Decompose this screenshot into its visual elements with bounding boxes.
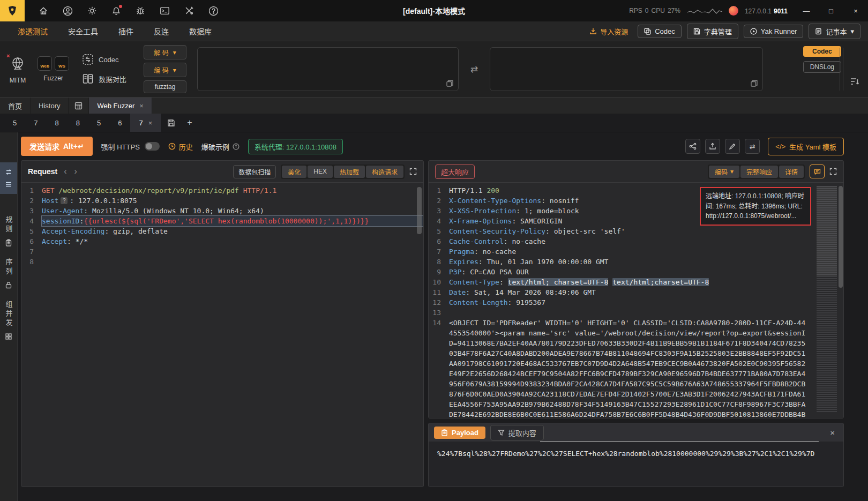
tab-history[interactable]: History bbox=[31, 98, 69, 114]
tab-home[interactable]: 首页 bbox=[0, 98, 31, 114]
data-compare-shortcut[interactable]: 数据对比 bbox=[82, 73, 126, 85]
close-tab-icon[interactable]: × bbox=[148, 119, 153, 127]
force-https-toggle[interactable]: 强制 HTTPS bbox=[101, 141, 160, 152]
response-scrollbar[interactable] bbox=[839, 186, 843, 288]
dnslog-tag[interactable]: DNSLog bbox=[803, 61, 841, 73]
fuzzer-tab-active[interactable]: 7 × bbox=[130, 114, 161, 132]
generate-yaml-button[interactable]: </> 生成 Yaml 模板 bbox=[768, 138, 844, 155]
packet-scan-button[interactable]: 数据包扫描 bbox=[233, 165, 276, 178]
code-line[interactable]: 6Accept: */* bbox=[21, 236, 423, 246]
extract-content-tab[interactable]: 提取内容 bbox=[490, 425, 544, 440]
request-scrollbar[interactable] bbox=[417, 187, 422, 234]
expand-icon[interactable] bbox=[409, 168, 417, 175]
engine-status-icon[interactable] bbox=[729, 6, 738, 16]
code-line[interactable]: 12Content-Length: 9195367 bbox=[429, 297, 843, 308]
code-line[interactable]: 10Content-Type: text/html; charset=UTF-8… bbox=[429, 277, 843, 287]
close-tab-icon[interactable]: × bbox=[139, 102, 144, 110]
code-line[interactable]: 8 bbox=[21, 257, 423, 267]
quickbar-scrollbar[interactable] bbox=[840, 48, 843, 91]
tab-web-fuzzer[interactable]: Web Fuzzer × bbox=[89, 98, 152, 114]
request-editor[interactable]: 1GET /webroot/decision/nx/report/v9/prin… bbox=[21, 183, 423, 487]
toggle-switch[interactable] bbox=[145, 142, 160, 151]
minimize-button[interactable]: — bbox=[794, 0, 819, 21]
code-line[interactable]: 1GET /webroot/decision/nx/report/v9/prin… bbox=[21, 185, 423, 196]
terminal-icon[interactable] bbox=[160, 6, 170, 16]
code-line[interactable]: 14<OBJECT ID='PDFReader' WIDTH='0' HEIGH… bbox=[429, 318, 843, 418]
export-button[interactable] bbox=[705, 139, 720, 154]
dictionary-manager-button[interactable]: 字典管理 bbox=[687, 24, 738, 39]
mitm-shortcut[interactable]: × MITM bbox=[9, 55, 27, 84]
code-line[interactable]: 4sessionID:{{urlesc(${sql('FRDemo','SELE… bbox=[21, 216, 423, 226]
hex-button[interactable]: HEX bbox=[308, 166, 333, 178]
fuzzer-tab[interactable]: 6 bbox=[109, 114, 130, 132]
code-line[interactable]: 9P3P: CP=CAO PSA OUR bbox=[429, 267, 843, 277]
yakit-logo[interactable] bbox=[0, 0, 25, 21]
code-line[interactable]: 5Content-Security-Policy: object-src 'se… bbox=[429, 226, 843, 236]
code-line[interactable]: 13 bbox=[429, 308, 843, 318]
full-response-button[interactable]: 完整响应 bbox=[740, 166, 778, 178]
tab-grid-icon[interactable] bbox=[69, 98, 89, 114]
bug-icon[interactable] bbox=[136, 6, 145, 16]
user-icon[interactable] bbox=[63, 6, 73, 16]
menu-database[interactable]: 数据库 bbox=[179, 26, 222, 36]
save-tabs-icon[interactable] bbox=[161, 119, 182, 127]
sidebar-tab-config[interactable] bbox=[0, 162, 17, 194]
fuzztag-button[interactable]: fuzztag bbox=[144, 80, 186, 93]
response-editor[interactable]: 远端地址: 127.0.0.1:10808; 响应时间: 167ms; 总耗时:… bbox=[429, 183, 843, 418]
home-icon[interactable] bbox=[39, 6, 48, 16]
fuzzer-tab[interactable]: 5 bbox=[4, 114, 25, 132]
menu-plugins[interactable]: 插件 bbox=[108, 26, 144, 36]
prev-request-icon[interactable]: ‹ bbox=[63, 167, 68, 176]
blast-example-link[interactable]: 爆破示例 bbox=[201, 141, 240, 152]
tools-icon[interactable] bbox=[184, 6, 194, 16]
payload-tab[interactable]: Payload bbox=[434, 427, 485, 439]
sidebar-tab-rules[interactable]: 规则 bbox=[0, 210, 17, 252]
fuzzer-tab[interactable]: 7 bbox=[25, 114, 46, 132]
close-payload-icon[interactable]: × bbox=[827, 428, 838, 437]
switch-view-button[interactable]: ⇄ bbox=[745, 139, 760, 154]
sidebar-tab-sequence[interactable]: 序列 bbox=[0, 252, 17, 295]
codec-tag[interactable]: Codec bbox=[803, 46, 841, 57]
copy-icon[interactable] bbox=[446, 80, 453, 87]
codec-output-area[interactable] bbox=[490, 47, 763, 91]
menu-pentest[interactable]: 渗透测试 bbox=[8, 26, 58, 36]
notepad-button[interactable]: 记事本 ▾ bbox=[809, 24, 860, 39]
encode-dropdown[interactable]: 编 码▾ bbox=[144, 63, 186, 77]
code-line[interactable]: 3User-Agent: Mozilla/5.0 (Windows NT 10.… bbox=[21, 206, 423, 216]
code-line[interactable]: 7Pragma: no-cache bbox=[429, 246, 843, 257]
settings-gear-icon[interactable] bbox=[87, 6, 97, 16]
comment-button[interactable] bbox=[810, 164, 825, 178]
swap-io-icon[interactable]: ⇄ bbox=[469, 64, 479, 75]
payload-content[interactable]: %24%7Bsql%28%27FRDemo%27%2C%27SELECT+hex… bbox=[429, 442, 843, 487]
send-request-button[interactable]: 发送请求Alt+↵ bbox=[21, 137, 93, 156]
import-resource-link[interactable]: 导入资源 bbox=[589, 26, 628, 36]
history-button[interactable]: 历史 bbox=[168, 141, 193, 152]
menu-security-tools[interactable]: 安全工具 bbox=[58, 26, 108, 36]
help-icon[interactable] bbox=[208, 6, 219, 16]
fuzzer-tab[interactable]: 8 bbox=[46, 114, 67, 132]
copy-icon[interactable] bbox=[751, 80, 758, 87]
code-line[interactable]: 6Cache-Control: no-cache bbox=[429, 236, 843, 246]
details-button[interactable]: 详情 bbox=[779, 166, 804, 178]
edit-button[interactable] bbox=[725, 139, 740, 154]
beautify-button[interactable]: 美化 bbox=[282, 166, 306, 178]
code-line[interactable]: 2Host?: 127.0.0.1:8075 bbox=[21, 196, 423, 206]
code-line[interactable]: 5Accept-Encoding: gzip, deflate bbox=[21, 226, 423, 236]
menu-reverse[interactable]: 反连 bbox=[144, 26, 179, 36]
construct-request-button[interactable]: 构造请求 bbox=[366, 166, 403, 178]
decode-dropdown[interactable]: 解 码▾ bbox=[144, 45, 186, 59]
yak-runner-button[interactable]: Yak Runner bbox=[744, 25, 804, 38]
fuzzer-tab[interactable]: 5 bbox=[88, 114, 109, 132]
system-proxy-badge[interactable]: 系统代理: 127.0.0.1:10808 bbox=[248, 139, 343, 154]
hotload-button[interactable]: 热加载 bbox=[334, 166, 365, 178]
sort-list-icon[interactable] bbox=[850, 77, 859, 86]
encoding-dropdown[interactable]: 编码▾ bbox=[709, 166, 739, 178]
sidebar-tab-concurrent[interactable]: 组并发 bbox=[0, 295, 17, 346]
next-request-icon[interactable]: › bbox=[73, 167, 78, 176]
fuzzer-tab[interactable]: 8 bbox=[68, 114, 88, 132]
close-window-button[interactable]: × bbox=[843, 0, 868, 21]
notifications-bell-icon[interactable] bbox=[111, 6, 121, 16]
expand-icon[interactable] bbox=[829, 168, 837, 175]
fuzzer-shortcut[interactable]: Web WS Fuzzer bbox=[38, 56, 69, 82]
codec-shortcut[interactable]: Codec bbox=[82, 54, 126, 65]
